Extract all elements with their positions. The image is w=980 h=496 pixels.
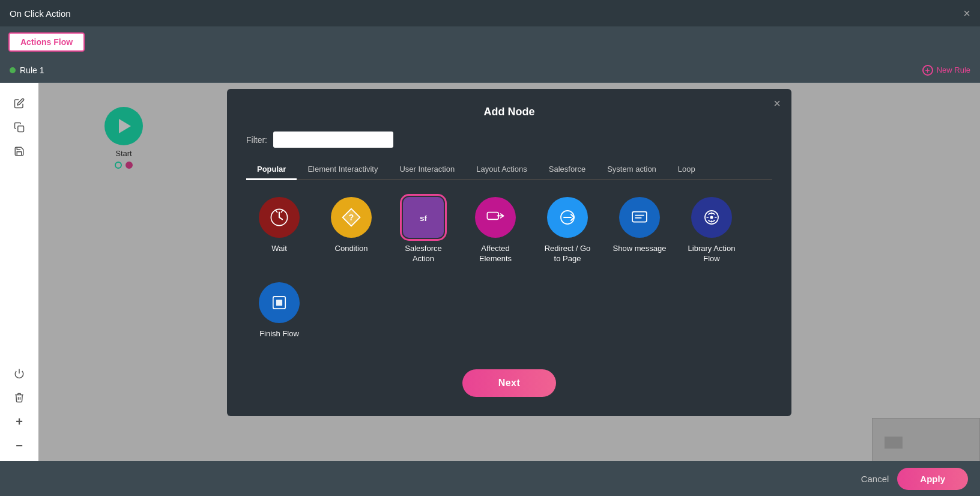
next-button[interactable]: Next [462,369,557,397]
title-bar-close-icon[interactable]: × [963,7,970,19]
new-rule-label: New Rule [937,65,970,74]
rule-status-dot [10,67,16,73]
tab-layout-actions[interactable]: Layout Actions [465,160,538,180]
condition-label: Condition [335,244,368,254]
svg-rect-9 [632,212,647,222]
save-icon[interactable] [8,141,30,162]
node-condition[interactable]: ? Condition [324,197,378,264]
tab-user-interaction[interactable]: User Interaction [389,160,465,180]
redirect-label: Redirect / Go to Page [540,244,594,264]
new-rule-button[interactable]: + New Rule [922,65,970,76]
library-icon [691,197,732,238]
svg-point-13 [710,216,713,219]
edit-icon[interactable] [8,92,30,114]
copy-icon[interactable] [8,116,30,138]
zoom-in-icon[interactable]: + [8,411,30,432]
svg-text:sf: sf [420,214,428,223]
redirect-icon [547,197,588,238]
tab-salesforce[interactable]: Salesforce [538,160,596,180]
rule-name: Rule 1 [20,65,44,75]
affected-elements-label: Affected Elements [468,244,522,264]
filter-label: Filter: [246,135,267,145]
finish-flow-label: Finish Flow [259,329,299,339]
wait-label: Wait [271,244,287,254]
tab-popular[interactable]: Popular [246,160,297,180]
node-show-message[interactable]: Show message [612,197,667,264]
modal-tabs: Popular Element Interactivity User Inter… [246,160,772,180]
node-redirect[interactable]: Redirect / Go to Page [540,197,594,264]
tab-actions-flow[interactable]: Actions Flow [8,32,85,52]
node-salesforce[interactable]: sf Salesforce Action [396,197,450,264]
canvas-area: Start Add Node × Filter: Pop [38,83,980,496]
node-library[interactable]: Library Action Flow [685,197,739,264]
svg-text:?: ? [349,213,354,222]
modal-close-icon[interactable]: × [773,97,781,109]
title-bar-title: On Click Action [10,8,71,19]
tab-system-action[interactable]: System action [596,160,667,180]
node-wait[interactable]: Wait [252,197,306,264]
new-rule-plus-icon: + [922,65,933,76]
node-finish-flow[interactable]: Finish Flow [252,282,306,339]
add-node-modal: Add Node × Filter: Popular Element Inter… [227,89,791,416]
main-content: + − Start [0,83,980,496]
tab-element-interactivity[interactable]: Element Interactivity [297,160,389,180]
node-affected-elements[interactable]: Affected Elements [468,197,522,264]
show-message-label: Show message [613,244,667,254]
library-label: Library Action Flow [685,244,739,264]
show-message-icon [619,197,660,238]
modal-title: Add Node [246,106,772,118]
rule-label: Rule 1 [10,65,44,75]
title-bar: On Click Action × [0,0,980,26]
cancel-button[interactable]: Cancel [861,474,889,484]
tab-bar: Actions Flow [0,26,980,58]
node-grid: Wait ? Condition [246,197,772,339]
bottom-bar: Cancel Apply [0,461,980,496]
svg-rect-7 [487,213,498,220]
filter-row: Filter: [246,132,772,148]
trash-icon[interactable] [8,387,30,408]
salesforce-icon: sf [403,197,444,238]
tab-loop[interactable]: Loop [667,160,706,180]
left-sidebar: + − [0,83,38,496]
rule-bar: Rule 1 + New Rule [0,58,980,83]
affected-elements-icon [475,197,516,238]
filter-input[interactable] [273,132,393,148]
modal-footer: Next [246,369,772,397]
wait-icon [259,197,300,238]
modal-overlay: Add Node × Filter: Popular Element Inter… [38,83,980,496]
salesforce-label: Salesforce Action [396,244,450,264]
svg-rect-0 [18,126,24,132]
condition-icon: ? [331,197,372,238]
finish-flow-icon [259,282,300,323]
zoom-out-icon[interactable]: − [8,435,30,456]
power-icon[interactable] [8,363,30,384]
svg-rect-15 [276,300,282,306]
apply-button[interactable]: Apply [897,468,968,490]
